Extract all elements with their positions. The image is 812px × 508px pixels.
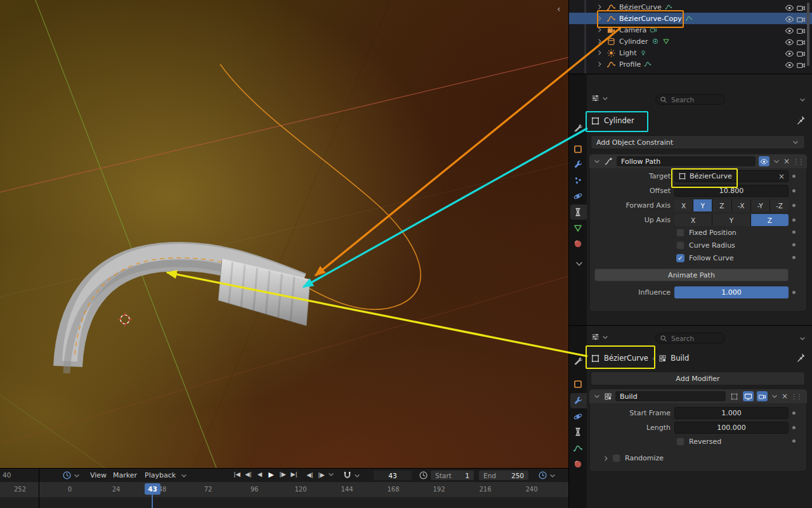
decorator-dot[interactable] — [792, 175, 796, 178]
search-box[interactable] — [655, 94, 725, 105]
tab-object-icon[interactable] — [573, 379, 583, 389]
timeline-ruler[interactable]: 0 24 48 72 96 120 144 168 192 216 240 43 — [39, 482, 568, 497]
decorator-dot[interactable] — [792, 243, 796, 246]
axis-z-button[interactable]: Z — [712, 199, 731, 211]
breadcrumb-object[interactable]: BézierCurve — [604, 354, 648, 363]
tab-modifiers-icon[interactable] — [573, 396, 583, 406]
length-field[interactable]: 100.000 — [674, 422, 789, 434]
tab-tool-icon[interactable] — [573, 356, 583, 366]
step-back-button[interactable]: ◀| — [304, 471, 315, 478]
breadcrumb-modifier[interactable]: Build — [671, 354, 689, 363]
play-reverse-button[interactable]: ◀ — [254, 471, 265, 479]
outliner-row[interactable]: BézierCurve — [569, 1, 812, 13]
axis-x-button[interactable]: X — [674, 199, 693, 211]
drag-handle-icon[interactable]: ⋮⋮ — [793, 158, 803, 165]
breadcrumb[interactable]: Cylinder — [591, 114, 634, 128]
animate-path-button[interactable]: Animate Path — [594, 269, 789, 281]
build-panel-header[interactable]: Build × ⋮⋮ — [589, 389, 807, 403]
timeline-track-area[interactable] — [39, 497, 568, 508]
fixed-position-checkbox[interactable] — [676, 229, 684, 237]
randomize-expand-icon[interactable] — [602, 455, 610, 462]
playhead-line[interactable] — [152, 494, 153, 508]
expand-icon[interactable] — [596, 15, 603, 22]
delete-modifier-icon[interactable]: × — [782, 392, 788, 400]
tab-curve-data-icon[interactable] — [573, 443, 583, 453]
collapse-icon[interactable] — [593, 157, 601, 165]
next-keyframe-button[interactable]: |▶ — [277, 471, 288, 479]
jump-to-start-button[interactable]: |◀ — [232, 471, 242, 479]
influence-slider[interactable]: 1.000 — [674, 286, 789, 298]
tab-constraints-icon[interactable] — [573, 427, 583, 437]
tab-modifiers-icon[interactable] — [573, 159, 583, 170]
expand-icon[interactable] — [596, 37, 603, 45]
header-options-icon[interactable] — [799, 335, 806, 342]
header-options-icon[interactable] — [799, 96, 806, 104]
end-frame-field[interactable]: End 250 — [478, 470, 529, 481]
disable-render-icon[interactable] — [796, 37, 806, 47]
disable-render-icon[interactable] — [796, 15, 806, 24]
clear-target-icon[interactable]: × — [778, 173, 785, 180]
axis-negz-button[interactable]: -Z — [770, 199, 789, 211]
axis-negx-button[interactable]: -X — [732, 199, 750, 211]
editor-type-button[interactable] — [591, 93, 609, 103]
menu-playback[interactable]: Playback — [145, 471, 176, 479]
hide-eye-icon[interactable] — [785, 37, 794, 47]
offset-field[interactable]: 10.800 — [674, 185, 789, 197]
hide-eye-icon[interactable] — [785, 3, 794, 13]
tab-material-icon[interactable] — [573, 459, 583, 469]
outliner-row[interactable]: Camera — [569, 24, 812, 36]
search-input[interactable] — [670, 95, 723, 104]
3d-viewport[interactable]: ‹ — [0, 0, 568, 468]
decorator-dot[interactable] — [792, 189, 796, 192]
step-forward-button[interactable]: |▶ — [316, 471, 327, 478]
region-collapse-icon[interactable]: ‹ — [557, 4, 561, 14]
hide-eye-icon[interactable] — [785, 26, 794, 36]
add-constraint-button[interactable]: Add Object Constraint — [591, 135, 805, 149]
breadcrumb-object[interactable]: Cylinder — [604, 116, 634, 125]
decorator-dot[interactable] — [792, 426, 796, 429]
play-button[interactable]: ▶ — [266, 471, 277, 479]
prev-keyframe-button[interactable]: ◀| — [243, 471, 254, 479]
menu-marker[interactable]: Marker — [113, 471, 137, 479]
curve-radius-checkbox[interactable] — [676, 241, 684, 250]
tab-physics-icon[interactable] — [573, 191, 583, 201]
pin-icon[interactable] — [796, 352, 806, 362]
up-z-button[interactable]: Z — [751, 214, 789, 226]
target-field[interactable]: BézierCurve × — [674, 170, 789, 182]
extras-icon[interactable] — [771, 392, 778, 400]
editor-type-button[interactable] — [62, 471, 81, 480]
expand-icon[interactable] — [596, 60, 603, 68]
axis-y-button[interactable]: Y — [693, 199, 712, 211]
cylinder-object[interactable] — [218, 259, 310, 326]
realtime-display-toggle[interactable] — [743, 391, 754, 401]
disable-render-icon[interactable] — [796, 3, 806, 13]
tab-object-icon[interactable] — [573, 144, 583, 154]
expand-icon[interactable] — [596, 26, 603, 34]
tab-tool-icon[interactable] — [573, 123, 583, 133]
decorator-dot[interactable] — [792, 231, 796, 234]
tab-particles-icon[interactable] — [573, 175, 583, 185]
collapse-icon[interactable] — [593, 392, 601, 400]
tab-overflow-icon[interactable] — [574, 258, 584, 269]
expand-icon[interactable] — [596, 49, 603, 57]
editmode-display-toggle[interactable] — [729, 391, 740, 401]
decorator-dot[interactable] — [792, 291, 796, 294]
expand-icon[interactable] — [596, 3, 603, 11]
decorator-dot[interactable] — [792, 411, 796, 415]
snap-control[interactable] — [343, 471, 361, 480]
start-frame-field[interactable]: 1.000 — [674, 407, 789, 419]
disable-render-icon[interactable] — [796, 26, 806, 36]
outliner-scrollbar[interactable] — [807, 3, 809, 66]
tab-object-data-icon[interactable] — [573, 223, 583, 233]
decorator-dot[interactable] — [792, 439, 796, 443]
pin-icon[interactable] — [796, 115, 806, 124]
disable-render-icon[interactable] — [796, 60, 806, 70]
enable-constraint-toggle[interactable] — [759, 156, 769, 166]
drag-handle-icon[interactable]: ⋮⋮ — [791, 393, 801, 400]
disable-render-icon[interactable] — [796, 49, 806, 58]
add-modifier-button[interactable]: + Add Modifier — [591, 371, 805, 385]
tab-physics-icon[interactable] — [573, 411, 583, 422]
delete-constraint-icon[interactable]: × — [783, 157, 790, 165]
reversed-checkbox[interactable] — [676, 438, 684, 446]
modifier-name-field[interactable]: Build — [615, 391, 726, 401]
